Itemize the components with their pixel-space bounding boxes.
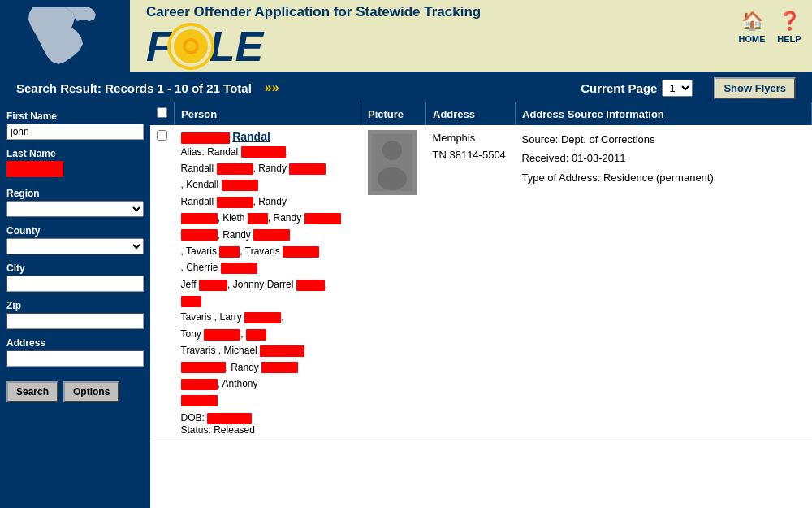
- source-dept: Source: Dept. of Corrections: [522, 130, 806, 149]
- name-redacted-first: [181, 132, 230, 144]
- record-checkbox-col: [150, 125, 175, 441]
- record-checkbox[interactable]: [157, 130, 167, 141]
- county-select[interactable]: [6, 238, 144, 254]
- page-select[interactable]: 1 2 3: [662, 80, 693, 97]
- alias-sep-2: , Randy: [268, 212, 304, 224]
- alias-redact-2: [217, 163, 253, 175]
- header-icons-row: 🏠 HOME ❓ HELP: [737, 8, 804, 44]
- last-name-label: Last Name: [6, 148, 144, 159]
- alias-kieth: , Kieth: [218, 212, 248, 224]
- alias-sep-4: ,: [281, 311, 283, 323]
- options-button[interactable]: Options: [63, 381, 119, 402]
- source-type: Type of Address: Residence (permanent): [522, 168, 806, 187]
- alias-area: Alias: Randal , Randall , Randy , Kendal…: [181, 144, 355, 409]
- address-input[interactable]: [6, 350, 144, 367]
- alias-redact-6: [181, 213, 218, 224]
- alias-randall2: Randall: [181, 196, 217, 207]
- fdle-logo: F LE: [146, 25, 263, 67]
- help-button[interactable]: ❓ HELP: [775, 8, 804, 44]
- region-label: Region: [6, 188, 144, 199]
- svg-point-1: [186, 41, 196, 51]
- address-col-header: Address: [426, 102, 516, 125]
- search-result-bar: Search Result: Records 1 - 10 of 21 Tota…: [0, 73, 812, 102]
- address-group: Address: [6, 337, 144, 367]
- alias-redact-17: [244, 312, 281, 323]
- alias-redact-11: [219, 246, 240, 258]
- results-table: Person Picture Address Address Source In…: [150, 102, 812, 441]
- alias-redact-22: [261, 362, 298, 373]
- select-all-checkbox[interactable]: [157, 107, 167, 118]
- logo-area: Career Offender Application for Statewid…: [130, 4, 812, 67]
- person-cell: Randal Alias: Randal , Randall , Randy ,…: [175, 125, 361, 441]
- alias-cherrie: , Cherrie: [181, 262, 221, 273]
- alias-tony: Tony: [181, 328, 205, 340]
- show-flyers-button[interactable]: Show Flyers: [714, 77, 796, 99]
- alias-redact-15: [296, 280, 325, 291]
- alias-redact-9: [181, 229, 218, 241]
- person-photo-icon: [372, 134, 412, 191]
- alias-redact-19: [246, 329, 266, 341]
- source-col-header: Address Source Information: [516, 102, 812, 125]
- city-input[interactable]: [6, 276, 144, 292]
- help-icon: ❓: [775, 8, 804, 34]
- alias-redact-5: [217, 197, 253, 208]
- home-icon: 🏠: [737, 8, 767, 34]
- alias-randall1: Randall: [181, 163, 217, 174]
- main-area: First Name Last Name Region County City …: [0, 102, 812, 508]
- select-all-checkbox-col: [150, 102, 175, 125]
- fdle-le-letters: LE: [209, 25, 263, 67]
- svg-point-4: [378, 167, 407, 190]
- alias-kendall: , Kendall: [181, 179, 222, 190]
- alias-jeff: Jeff: [181, 279, 199, 290]
- dob-redacted: [207, 413, 252, 424]
- region-select[interactable]: [6, 201, 144, 217]
- alias-anthony: , Anthony: [218, 378, 258, 389]
- person-name-area: Randal: [181, 130, 355, 144]
- home-button[interactable]: 🏠 HOME: [737, 8, 767, 44]
- first-name-input[interactable]: [6, 124, 144, 140]
- table-row: Randal Alias: Randal , Randall , Randy ,…: [150, 125, 812, 441]
- app-title: Career Offender Application for Statewid…: [146, 4, 481, 20]
- current-page-label: Current Page: [581, 81, 657, 95]
- zip-label: Zip: [6, 300, 144, 311]
- next-page-arrow[interactable]: »»: [265, 80, 279, 95]
- page-select-wrap: Current Page 1 2 3: [581, 80, 693, 97]
- alias-tavaris: , Tavaris: [181, 245, 220, 257]
- header: Career Offender Application for Statewid…: [0, 0, 812, 73]
- address-text: Memphis TN 38114-5504: [433, 130, 509, 164]
- alias-redact-1: [241, 146, 286, 158]
- alias-redact-16: [181, 296, 201, 307]
- picture-cell: [361, 125, 426, 441]
- dob-line: DOB:: [181, 412, 355, 424]
- alias-johnny: , Johnny Darrel: [227, 279, 296, 290]
- alias-redact-13: [221, 263, 257, 274]
- svg-point-3: [382, 141, 402, 160]
- zip-input[interactable]: [6, 313, 144, 329]
- source-received: Received: 01-03-2011: [522, 149, 806, 167]
- alias-redact-8: [304, 213, 341, 224]
- help-label: HELP: [777, 34, 801, 44]
- county-group: County: [6, 225, 144, 254]
- alias-randy4: , Randy: [226, 362, 262, 373]
- alias-travaris2: Travaris , Michael: [181, 345, 261, 356]
- alias-redact-12: [283, 246, 319, 258]
- sidebar: First Name Last Name Region County City …: [0, 102, 150, 508]
- dob-label: DOB:: [181, 412, 205, 423]
- address-label: Address: [6, 337, 144, 349]
- alias-sep-5: ,: [240, 328, 246, 340]
- alias-redact-21: [181, 362, 226, 373]
- status-value: Released: [214, 424, 255, 436]
- search-button[interactable]: Search: [6, 381, 58, 402]
- last-name-redacted: [6, 161, 63, 177]
- status-line: Status: Released: [181, 424, 355, 436]
- person-photo: [368, 130, 417, 195]
- sidebar-buttons: Search Options: [6, 381, 144, 402]
- alias-redact-3: [289, 163, 326, 175]
- florida-map-icon: [16, 3, 114, 68]
- alias-redact-10: [253, 229, 290, 241]
- alias-randy3: , Randy: [218, 229, 254, 241]
- alias-redact-23: [181, 379, 218, 390]
- alias-randy2: , Randy: [253, 196, 287, 207]
- person-name-link[interactable]: Randal: [232, 130, 270, 143]
- alias-sep-3: ,: [325, 279, 327, 290]
